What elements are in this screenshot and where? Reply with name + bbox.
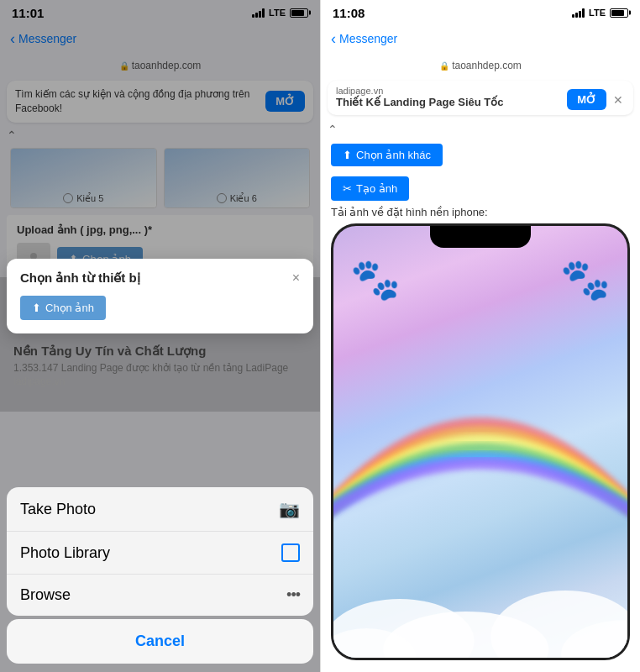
right-messenger-nav: ‹ Messenger [321, 24, 640, 54]
browse-dots-icon: ••• [286, 586, 300, 604]
right-upload-text: Tải ảnh về đặt hình nền iphone: [321, 206, 640, 218]
right-dismiss-button[interactable]: ✕ [611, 92, 625, 108]
action-browse[interactable]: Browse ••• [7, 575, 313, 616]
right-upload-icon: ⬆ [343, 149, 352, 161]
action-photo-library[interactable]: Photo Library [7, 532, 313, 575]
left-panel: 11:01 LTE ‹ Messenger 🔒 taoanhdep.com Tì… [0, 0, 320, 672]
right-site-name: ladipage.vn [336, 86, 567, 96]
modal-upload-icon: ⬆ [32, 302, 41, 314]
bg-content-link: ladipage.vn [13, 375, 307, 387]
modal-close-button[interactable]: × [292, 270, 300, 286]
action-cancel-label: Cancel [135, 633, 185, 649]
modal-overlay: Chọn ảnh từ thiết bị × ⬆ Chọn ảnh Nền Tả… [0, 0, 320, 672]
right-time: 11:08 [333, 6, 365, 20]
right-back-arrow[interactable]: ‹ [331, 30, 336, 48]
right-url-bar: 🔒 taoanhdep.com [321, 54, 640, 77]
modal-dialog: Chọn ảnh từ thiết bị × ⬆ Chọn ảnh [7, 259, 313, 333]
clouds-graphic [333, 507, 627, 658]
right-scissors-icon: ✂ [343, 182, 352, 195]
right-status-icons: LTE [572, 8, 628, 18]
modal-title: Chọn ảnh từ thiết bị [20, 270, 140, 286]
phone-preview: 🐾 🐾 [331, 223, 630, 660]
right-chevron-up-icon[interactable]: ⌃ [328, 123, 338, 136]
phone-notch [430, 226, 531, 248]
paw-right-icon: 🐾 [560, 256, 611, 303]
bg-content-title: Nền Tảng Uy Tín và Chất Lượng [13, 344, 307, 359]
right-tao-anh-button[interactable]: ✂ Tạo ảnh [331, 176, 409, 201]
action-cancel-button[interactable]: Cancel [7, 619, 313, 664]
camera-icon: 📷 [279, 499, 300, 519]
right-notif-actions: MỞ ✕ [567, 89, 625, 110]
modal-chon-anh-button[interactable]: ⬆ Chọn ảnh [20, 296, 106, 320]
right-messenger-label[interactable]: Messenger [339, 32, 397, 45]
modal-chon-label: Chọn ảnh [45, 302, 94, 314]
right-battery [610, 8, 628, 18]
paw-left-icon: 🐾 [350, 256, 401, 303]
photo-library-icon [281, 543, 300, 562]
right-lte: LTE [589, 8, 606, 18]
action-sheet: Take Photo 📷 Photo Library Browse ••• Ca… [0, 487, 320, 672]
modal-below-content: Nền Tảng Uy Tín và Chất Lượng 1.353.147 … [0, 333, 320, 387]
right-lock-icon: 🔒 [439, 61, 449, 71]
action-take-photo[interactable]: Take Photo 📷 [7, 487, 313, 532]
right-notif-content: ladipage.vn Thiết Kế Landing Page Siêu T… [336, 86, 567, 108]
right-signal [572, 8, 585, 18]
modal-bg-content [0, 67, 320, 74]
modal-header: Chọn ảnh từ thiết bị × [20, 270, 300, 286]
right-url-text: taoanhdep.com [452, 60, 522, 71]
right-collapse-bar: ⌃ [321, 118, 640, 140]
right-chon-khac-label: Chọn ảnh khác [356, 149, 431, 161]
right-panel: 11:08 LTE ‹ Messenger 🔒 taoanhdep.com la… [320, 0, 640, 672]
action-take-photo-label: Take Photo [20, 501, 96, 518]
right-mo-button[interactable]: MỞ [567, 89, 606, 110]
action-sheet-items: Take Photo 📷 Photo Library Browse ••• [7, 487, 313, 616]
bg-content-sub: 1.353.147 Landing Page được khởi tạo từ … [13, 362, 307, 374]
phone-screen: 🐾 🐾 [333, 226, 627, 658]
right-notif-title: Thiết Kế Landing Page Siêu Tốc [336, 96, 567, 108]
right-tao-anh-label: Tạo ảnh [356, 182, 397, 195]
right-notification-banner: ladipage.vn Thiết Kế Landing Page Siêu T… [328, 81, 633, 115]
right-status-bar: 11:08 LTE [321, 0, 640, 24]
right-btn-row: ⬆ Chọn ảnh khác [321, 140, 640, 170]
action-browse-label: Browse [20, 586, 71, 604]
action-photo-library-label: Photo Library [20, 544, 110, 562]
right-chon-khac-button[interactable]: ⬆ Chọn ảnh khác [331, 144, 443, 166]
